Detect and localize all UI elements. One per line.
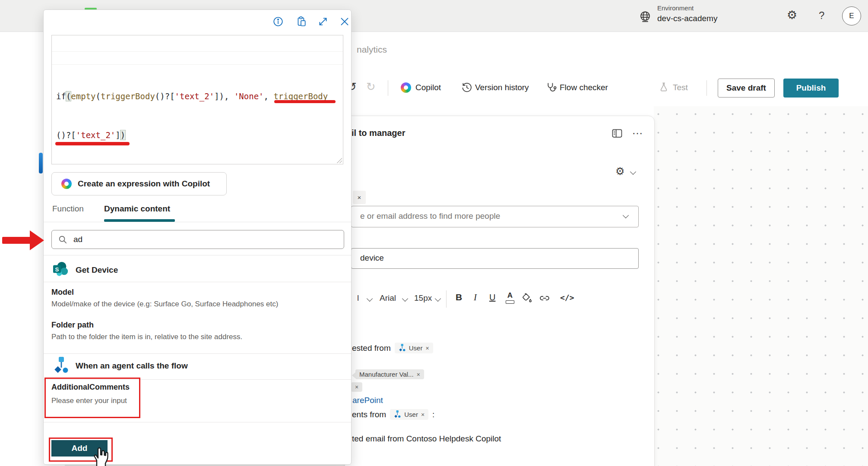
publish-button[interactable]: Publish — [783, 79, 839, 98]
chevron-down-icon[interactable] — [435, 296, 441, 302]
bold-button[interactable]: B — [456, 292, 462, 302]
search-icon — [58, 235, 67, 244]
agent-trigger-icon — [54, 357, 69, 376]
italic-button[interactable]: I — [474, 292, 477, 303]
to-combobox[interactable]: e or email address to find more people — [351, 206, 639, 227]
expand-icon[interactable] — [317, 16, 329, 29]
dynamic-item-folder-path-desc: Path to the folder the item is in, relat… — [51, 333, 242, 341]
underlined-token: triggerBody — [273, 91, 328, 101]
sharepoint-link[interactable]: arePoint — [352, 396, 383, 405]
version-history-button[interactable]: Version history — [475, 83, 529, 92]
chevron-down-icon[interactable] — [367, 296, 373, 302]
body-line-generated: ted email from Contoso Helpdesk Copilot — [352, 434, 501, 444]
body-text: ested from — [352, 343, 391, 353]
power-automate-designer: Environment dev-cs-academy ⚙ ? E nalytic… — [0, 0, 868, 466]
token-label: Manufacturer Val... — [359, 371, 414, 378]
chevron-down-icon[interactable] — [402, 296, 408, 302]
panel-settings-gear-icon[interactable]: ⚙ — [615, 166, 625, 176]
redo-icon: ↻ — [366, 81, 376, 92]
expression-editor-popup: if(empty(triggerBody()?['text_2']), 'Non… — [43, 9, 352, 465]
close-icon[interactable]: × — [421, 411, 424, 418]
dynamic-token-user[interactable]: User × — [390, 409, 428, 420]
info-icon[interactable] — [272, 16, 284, 29]
hand-cursor-icon — [92, 446, 111, 466]
underlined-line: ()?['text_2']) — [56, 129, 125, 142]
environment-globe-icon — [638, 10, 652, 26]
settings-gear-icon[interactable]: ⚙ — [787, 9, 797, 21]
agent-icon — [394, 410, 401, 419]
close-icon[interactable]: × — [355, 384, 358, 390]
copilot-icon — [61, 179, 72, 189]
dynamic-item-folder-path[interactable]: Folder path — [51, 321, 94, 330]
test-beaker-icon — [658, 82, 669, 94]
font-color-a: A — [506, 291, 514, 300]
style-dropdown[interactable]: l — [357, 293, 359, 303]
resize-grip[interactable] — [336, 157, 342, 163]
token-tail — [352, 372, 355, 378]
dynamic-token-manufacturer[interactable]: Manufacturer Val... × — [355, 369, 424, 379]
copilot-button[interactable]: Copilot — [415, 83, 441, 92]
font-size-dropdown[interactable]: 15px — [414, 293, 432, 303]
dynamic-token-user[interactable]: User × — [395, 343, 433, 353]
link-icon[interactable] — [539, 292, 551, 306]
dynamic-token-partial[interactable]: × — [351, 382, 362, 392]
chevron-down-icon[interactable] — [623, 212, 629, 218]
toolbar-divider — [706, 80, 707, 96]
format-divider — [446, 290, 447, 308]
body-line-requested-from: ested from User × — [352, 343, 433, 353]
highlight-bucket-icon[interactable] — [521, 292, 532, 305]
font-color-button[interactable]: A — [506, 291, 514, 304]
dynamic-item-model-desc: Model/make of the device (e.g: Surface G… — [51, 300, 278, 309]
copy-clipboard-icon[interactable] — [296, 16, 307, 29]
close-icon[interactable] — [339, 16, 350, 29]
close-icon[interactable]: × — [425, 345, 429, 352]
toolbar-divider — [388, 80, 388, 96]
agent-icon — [399, 344, 406, 352]
create-expression-copilot-button[interactable]: Create an expression with Copilot — [51, 172, 227, 195]
toolbar: ↺ ↻ Copilot Version history Flow checker… — [345, 77, 868, 99]
dynamic-item-additional-comments[interactable]: AdditionalComments — [51, 383, 130, 392]
code-line-2: ()?['text_2']) — [56, 129, 339, 142]
avatar[interactable]: E — [842, 6, 861, 25]
list-divider — [44, 422, 351, 422]
tab-function[interactable]: Function — [52, 204, 84, 214]
to-placeholder: e or email address to find more people — [360, 211, 500, 221]
search-input[interactable] — [73, 234, 326, 245]
token-label: User — [409, 344, 423, 352]
environment-label: Environment — [657, 4, 694, 12]
panel-title: il to manager — [352, 128, 405, 138]
section-get-device: Get Device — [76, 265, 118, 275]
dynamic-item-model[interactable]: Model — [51, 288, 74, 297]
code-view-button[interactable]: </> — [560, 293, 574, 302]
list-divider — [44, 379, 351, 380]
font-dropdown[interactable]: Arial — [380, 293, 396, 303]
scroll-indicator[interactable] — [39, 153, 43, 173]
action-panel-send-email: il to manager … ⚙ × e or email address t… — [345, 116, 655, 466]
help-icon[interactable]: ? — [819, 9, 824, 22]
close-icon[interactable]: × — [417, 371, 420, 378]
designer-canvas[interactable] — [654, 106, 868, 466]
recipient-chip-close[interactable]: × — [353, 191, 366, 204]
body-text: : — [432, 410, 434, 419]
nav-tab-analytics-partial[interactable]: nalytics — [357, 44, 387, 55]
environment-name[interactable]: dev-cs-academy — [657, 14, 717, 23]
dynamic-item-additional-comments-desc: Please enter your input — [51, 397, 127, 405]
sharepoint-icon: S — [53, 261, 70, 279]
panel-more-icon[interactable]: … — [632, 124, 643, 137]
flow-checker-icon — [545, 82, 557, 95]
panel-toggle-icon[interactable] — [611, 127, 623, 141]
subject-field[interactable]: device — [351, 248, 639, 269]
close-icon[interactable]: × — [358, 194, 361, 201]
code-line-1: if(empty(triggerBody()?['text_2']), 'Non… — [56, 90, 339, 103]
subject-value: device — [360, 253, 384, 263]
expression-code-editor[interactable]: if(empty(triggerBody()?['text_2']), 'Non… — [51, 35, 343, 164]
code-row-line — [52, 64, 343, 65]
svg-text:S: S — [55, 266, 59, 273]
flow-checker-button[interactable]: Flow checker — [560, 83, 608, 92]
body-text: ents from — [352, 410, 386, 419]
underline-button[interactable]: U — [489, 293, 495, 302]
panel-settings-chevron-icon[interactable] — [630, 169, 636, 175]
tab-dynamic-content[interactable]: Dynamic content — [104, 204, 170, 214]
dynamic-content-search[interactable] — [51, 230, 344, 249]
save-draft-button[interactable]: Save draft — [718, 79, 775, 98]
